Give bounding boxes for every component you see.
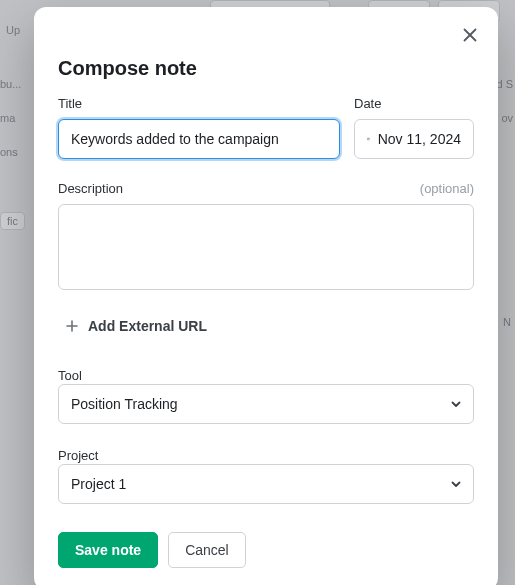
close-icon bbox=[462, 27, 478, 43]
save-button[interactable]: Save note bbox=[58, 532, 158, 568]
tool-select[interactable]: Position Tracking bbox=[58, 384, 474, 424]
date-label: Date bbox=[354, 96, 474, 111]
cancel-button[interactable]: Cancel bbox=[168, 532, 246, 568]
title-input[interactable] bbox=[58, 119, 340, 159]
description-label: Description bbox=[58, 181, 123, 196]
add-external-url-button[interactable]: Add External URL bbox=[58, 308, 213, 344]
modal-heading: Compose note bbox=[58, 57, 474, 80]
title-label: Title bbox=[58, 96, 340, 111]
calendar-icon bbox=[367, 132, 370, 146]
add-external-url-label: Add External URL bbox=[88, 318, 207, 334]
description-textarea[interactable] bbox=[58, 204, 474, 290]
plus-icon bbox=[64, 318, 80, 334]
project-select[interactable]: Project 1 bbox=[58, 464, 474, 504]
optional-label: (optional) bbox=[420, 181, 474, 196]
tool-label: Tool bbox=[58, 368, 82, 383]
date-value: Nov 11, 2024 bbox=[378, 131, 461, 147]
svg-rect-2 bbox=[367, 138, 369, 140]
close-button[interactable] bbox=[456, 21, 484, 49]
date-picker[interactable]: Nov 11, 2024 bbox=[354, 119, 474, 159]
compose-note-modal: Compose note Title Date Nov 11, 2024 Des… bbox=[34, 7, 498, 585]
project-label: Project bbox=[58, 448, 98, 463]
